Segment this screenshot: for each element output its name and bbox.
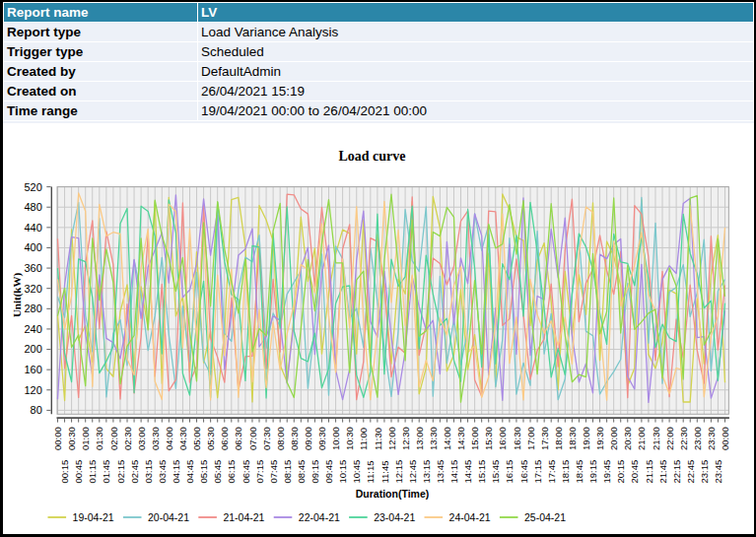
svg-text:10:30: 10:30 bbox=[344, 427, 355, 450]
svg-text:16:15: 16:15 bbox=[504, 460, 515, 484]
svg-text:10:15: 10:15 bbox=[337, 460, 348, 484]
svg-text:360: 360 bbox=[24, 262, 41, 274]
svg-text:Unit(kW): Unit(kW) bbox=[11, 273, 24, 318]
svg-text:04:45: 04:45 bbox=[184, 460, 195, 484]
svg-text:Load curve: Load curve bbox=[338, 149, 405, 164]
svg-text:08:00: 08:00 bbox=[275, 427, 286, 450]
svg-text:160: 160 bbox=[24, 364, 41, 375]
svg-text:00:15: 00:15 bbox=[59, 460, 70, 484]
svg-text:06:30: 06:30 bbox=[233, 427, 243, 450]
svg-text:00:30: 00:30 bbox=[66, 427, 77, 450]
svg-text:04:30: 04:30 bbox=[177, 427, 188, 450]
svg-text:23:30: 23:30 bbox=[706, 427, 717, 450]
svg-text:01:15: 01:15 bbox=[87, 460, 98, 484]
svg-text:21:30: 21:30 bbox=[651, 427, 661, 450]
svg-text:14:00: 14:00 bbox=[442, 427, 452, 450]
svg-text:480: 480 bbox=[24, 201, 41, 213]
svg-text:10:00: 10:00 bbox=[330, 427, 341, 450]
svg-text:06:00: 06:00 bbox=[219, 427, 230, 450]
svg-text:05:15: 05:15 bbox=[198, 460, 209, 484]
svg-text:16:45: 16:45 bbox=[518, 460, 529, 484]
svg-text:13:15: 13:15 bbox=[421, 460, 432, 484]
svg-text:23:00: 23:00 bbox=[692, 427, 703, 450]
svg-text:01:45: 01:45 bbox=[101, 460, 111, 484]
svg-text:320: 320 bbox=[24, 283, 41, 295]
svg-text:120: 120 bbox=[24, 384, 41, 396]
svg-text:16:30: 16:30 bbox=[512, 427, 522, 450]
svg-text:03:30: 03:30 bbox=[150, 427, 161, 450]
svg-text:14:15: 14:15 bbox=[448, 460, 459, 484]
svg-text:11:45: 11:45 bbox=[379, 460, 390, 483]
svg-text:200: 200 bbox=[24, 343, 41, 355]
svg-text:06:15: 06:15 bbox=[226, 460, 237, 484]
svg-text:17:45: 17:45 bbox=[546, 460, 557, 484]
svg-text:19:15: 19:15 bbox=[587, 460, 598, 484]
svg-text:12:00: 12:00 bbox=[386, 427, 397, 450]
svg-text:22:00: 22:00 bbox=[664, 427, 675, 450]
svg-text:15:45: 15:45 bbox=[490, 460, 501, 484]
svg-text:22:45: 22:45 bbox=[685, 460, 696, 484]
svg-text:03:00: 03:00 bbox=[136, 427, 147, 450]
svg-text:15:00: 15:00 bbox=[469, 427, 480, 450]
svg-text:20:15: 20:15 bbox=[615, 460, 626, 484]
svg-text:01:00: 01:00 bbox=[80, 427, 91, 450]
svg-text:12:30: 12:30 bbox=[400, 427, 411, 450]
svg-text:07:15: 07:15 bbox=[254, 460, 265, 484]
svg-text:13:45: 13:45 bbox=[435, 460, 446, 484]
svg-text:20:30: 20:30 bbox=[622, 427, 633, 450]
svg-text:04:00: 04:00 bbox=[164, 427, 174, 450]
svg-text:05:45: 05:45 bbox=[212, 460, 223, 484]
svg-text:01:30: 01:30 bbox=[94, 427, 104, 450]
svg-text:18:00: 18:00 bbox=[553, 427, 564, 450]
svg-text:12:45: 12:45 bbox=[407, 460, 418, 484]
svg-text:520: 520 bbox=[24, 181, 41, 193]
svg-text:12:15: 12:15 bbox=[393, 460, 404, 484]
svg-text:04:15: 04:15 bbox=[171, 460, 181, 484]
svg-text:19:30: 19:30 bbox=[594, 427, 605, 450]
svg-text:08:15: 08:15 bbox=[282, 460, 293, 484]
svg-text:08:30: 08:30 bbox=[289, 427, 300, 450]
svg-text:15:15: 15:15 bbox=[476, 460, 487, 484]
svg-text:20:45: 20:45 bbox=[629, 460, 640, 484]
svg-text:10:45: 10:45 bbox=[351, 460, 362, 484]
svg-text:00:00: 00:00 bbox=[720, 427, 730, 450]
svg-text:23-04-21: 23-04-21 bbox=[374, 511, 415, 523]
svg-text:13:30: 13:30 bbox=[428, 427, 439, 450]
svg-text:Duration(Time): Duration(Time) bbox=[356, 488, 429, 500]
svg-text:00:00: 00:00 bbox=[52, 427, 63, 450]
svg-text:25-04-21: 25-04-21 bbox=[524, 511, 566, 523]
svg-text:21:00: 21:00 bbox=[636, 427, 647, 450]
svg-text:05:30: 05:30 bbox=[205, 427, 216, 450]
svg-text:07:00: 07:00 bbox=[247, 427, 258, 450]
svg-text:22:30: 22:30 bbox=[678, 427, 689, 450]
svg-text:09:15: 09:15 bbox=[309, 460, 320, 484]
svg-text:02:30: 02:30 bbox=[122, 427, 133, 450]
svg-text:240: 240 bbox=[24, 323, 41, 335]
svg-text:19:00: 19:00 bbox=[581, 427, 591, 450]
svg-text:00:45: 00:45 bbox=[73, 460, 84, 484]
svg-text:22-04-21: 22-04-21 bbox=[299, 511, 340, 523]
svg-text:16:00: 16:00 bbox=[497, 427, 508, 450]
svg-text:02:45: 02:45 bbox=[129, 460, 140, 484]
svg-text:21-04-21: 21-04-21 bbox=[223, 511, 264, 523]
svg-text:18:45: 18:45 bbox=[574, 460, 584, 484]
svg-text:07:30: 07:30 bbox=[261, 427, 272, 450]
svg-text:21:15: 21:15 bbox=[644, 460, 654, 484]
svg-text:13:00: 13:00 bbox=[414, 427, 425, 450]
svg-text:18:15: 18:15 bbox=[560, 460, 571, 484]
svg-text:07:45: 07:45 bbox=[268, 460, 279, 484]
svg-text:440: 440 bbox=[24, 222, 41, 234]
svg-text:400: 400 bbox=[24, 241, 41, 253]
svg-text:09:30: 09:30 bbox=[316, 427, 327, 450]
svg-text:80: 80 bbox=[31, 404, 42, 416]
svg-text:22:15: 22:15 bbox=[671, 460, 682, 484]
svg-text:11:00: 11:00 bbox=[358, 428, 369, 450]
svg-text:05:00: 05:00 bbox=[191, 427, 202, 450]
svg-text:17:15: 17:15 bbox=[532, 460, 543, 484]
svg-text:17:00: 17:00 bbox=[525, 427, 536, 450]
svg-text:14:30: 14:30 bbox=[455, 427, 466, 450]
svg-text:24-04-21: 24-04-21 bbox=[449, 511, 491, 523]
svg-text:19:45: 19:45 bbox=[601, 460, 612, 484]
svg-text:08:45: 08:45 bbox=[296, 460, 307, 484]
svg-text:17:30: 17:30 bbox=[539, 427, 550, 450]
